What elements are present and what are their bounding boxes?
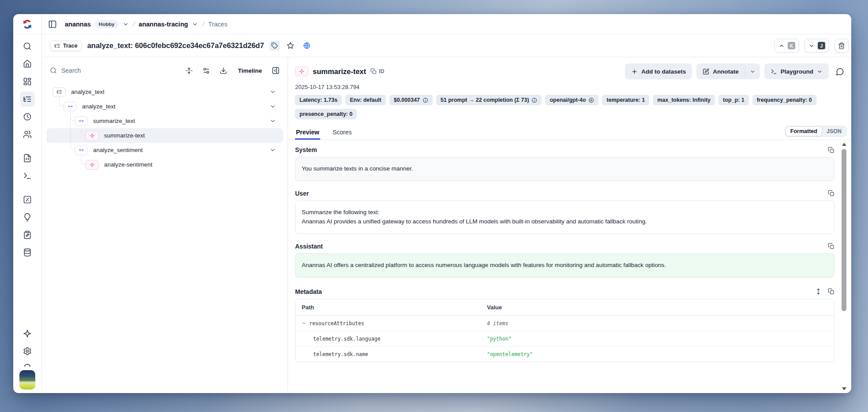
chevron-down-icon[interactable] (269, 89, 276, 95)
bookmark-star-button[interactable] (285, 40, 296, 51)
metadata-col-path: Path (302, 304, 487, 311)
app-window: anannas Hobby / anannas-tracing / Traces (13, 14, 851, 393)
comment-icon (836, 67, 844, 76)
metadata-value: "opentelemetry" (487, 351, 533, 357)
comments-button[interactable] (833, 65, 847, 78)
observation-title: summarize-text (313, 67, 366, 76)
rail-item-annotation[interactable] (20, 227, 35, 242)
playground-icon (23, 171, 32, 180)
copy-icon[interactable] (828, 243, 834, 249)
rail-item-playground[interactable] (20, 168, 35, 183)
breadcrumb-org[interactable]: anannas (65, 21, 91, 28)
chevron-down-icon[interactable] (123, 21, 129, 27)
chevron-down-icon (808, 43, 815, 49)
scroll-down-arrow[interactable] (842, 387, 846, 390)
chevron-down-icon[interactable] (192, 21, 198, 27)
tree-node-trace-analyze-text[interactable]: analyze_text (46, 85, 283, 99)
metadata-col-value: Value (487, 304, 502, 311)
breadcrumb-project[interactable]: anannas-tracing (138, 21, 188, 28)
rail-item-datasets[interactable] (20, 245, 35, 260)
sidebar-toggle-button[interactable] (48, 20, 57, 29)
upgrade-icon (23, 329, 32, 338)
env-badge: Env: default (345, 95, 386, 105)
download-icon[interactable] (220, 67, 227, 74)
tokens-badge[interactable]: 51 prompt → 22 completion (Σ 73) (436, 95, 542, 105)
annotate-dropdown-button[interactable] (745, 63, 760, 79)
metadata-row: telemetry.sdk.name "opentelemetry" (296, 347, 834, 362)
generation-icon (299, 69, 304, 74)
share-public-button[interactable] (301, 40, 312, 51)
delete-trace-button[interactable] (834, 39, 849, 53)
copy-icon[interactable] (828, 288, 834, 295)
tag-button[interactable] (269, 41, 280, 51)
copy-icon[interactable] (828, 190, 834, 197)
trace-type-label: Trace (63, 43, 78, 49)
add-to-datasets-button[interactable]: Add to datasets (625, 63, 692, 79)
judge-icon (23, 213, 32, 222)
user-label: User (295, 190, 309, 197)
tree-node-span-analyze-text[interactable]: analyze_text (46, 99, 283, 114)
generation-icon (90, 162, 95, 167)
cost-badge[interactable]: $0.000347 (389, 95, 433, 105)
chevron-down-icon[interactable] (302, 321, 307, 326)
annotate-button[interactable]: Annotate (696, 63, 745, 79)
rail-item-llm-judge[interactable] (20, 210, 35, 225)
tab-scores[interactable]: Scores (332, 126, 353, 140)
trace-type-badge: Trace (50, 41, 82, 51)
dashboard-icon (23, 77, 32, 86)
generation-node-badge (295, 67, 308, 76)
scrollbar-thumb[interactable] (842, 149, 846, 311)
rail-item-evaluation[interactable] (20, 192, 35, 207)
rail-item-users[interactable] (20, 127, 35, 142)
chevron-down-icon[interactable] (269, 118, 276, 124)
filters-icon[interactable] (202, 67, 210, 74)
temperature-badge: temperature: 1 (602, 95, 649, 105)
metadata-row: telemetry.sdk.language "python" (296, 331, 834, 347)
timeline-toggle[interactable]: Timeline (238, 67, 262, 74)
rail-item-sessions[interactable] (20, 109, 35, 124)
trace-tree-panel: Timeline analyze_text anal (42, 57, 288, 393)
chevron-down-icon[interactable] (269, 103, 276, 110)
format-formatted[interactable]: Formatted (786, 126, 822, 136)
search-input[interactable] (61, 67, 119, 74)
vertical-scrollbar[interactable] (841, 143, 847, 390)
playground-button[interactable]: Playground (764, 63, 829, 79)
rail-item-upgrade[interactable] (20, 326, 35, 341)
tree-connector (81, 155, 86, 164)
rail-item-tracing[interactable] (20, 92, 35, 107)
breadcrumb-section-traces[interactable]: Traces (208, 21, 228, 28)
avatar[interactable] (19, 370, 35, 390)
evaluation-icon (23, 195, 32, 204)
next-trace-button[interactable]: J (804, 39, 829, 52)
tree-node-label: summarize_text (93, 118, 135, 124)
chevron-down-icon[interactable] (269, 147, 276, 153)
tab-preview[interactable]: Preview (295, 126, 320, 140)
format-json[interactable]: JSON (822, 127, 846, 136)
nav-rail (13, 34, 42, 393)
rail-item-settings[interactable] (20, 344, 35, 359)
rail-item-prompts[interactable] (20, 151, 35, 166)
add-to-datasets-label: Add to datasets (641, 68, 686, 75)
scroll-up-arrow[interactable] (842, 143, 846, 146)
globe-icon (303, 42, 311, 49)
user-message-line2: Anannas AI provides a unified gateway to… (302, 217, 828, 226)
copy-icon[interactable] (828, 147, 834, 153)
rail-item-search[interactable] (20, 39, 35, 54)
move-vertical-icon[interactable] (815, 288, 822, 295)
detail-header: summarize-text ID Add to datasets (288, 57, 851, 79)
copy-id-button[interactable]: ID (370, 68, 384, 74)
panel-collapse-icon[interactable] (272, 67, 280, 74)
span-node-badge (75, 116, 88, 126)
tree-connector (81, 126, 86, 135)
metadata-label: Metadata (295, 288, 322, 295)
model-badge[interactable]: openai/gpt-4o (545, 95, 599, 105)
fold-vertical-icon[interactable] (185, 67, 193, 74)
home-icon (23, 59, 32, 68)
tree-search[interactable] (50, 67, 176, 74)
rail-item-dashboards[interactable] (20, 74, 35, 89)
tree-node-label: summarize-text (104, 132, 145, 139)
rail-item-home[interactable] (20, 56, 35, 71)
prev-trace-button[interactable]: K (774, 39, 799, 52)
tree-node-label: analyze_text (82, 103, 116, 110)
metadata-row-group[interactable]: resourceAttributes 4 items (296, 316, 834, 331)
